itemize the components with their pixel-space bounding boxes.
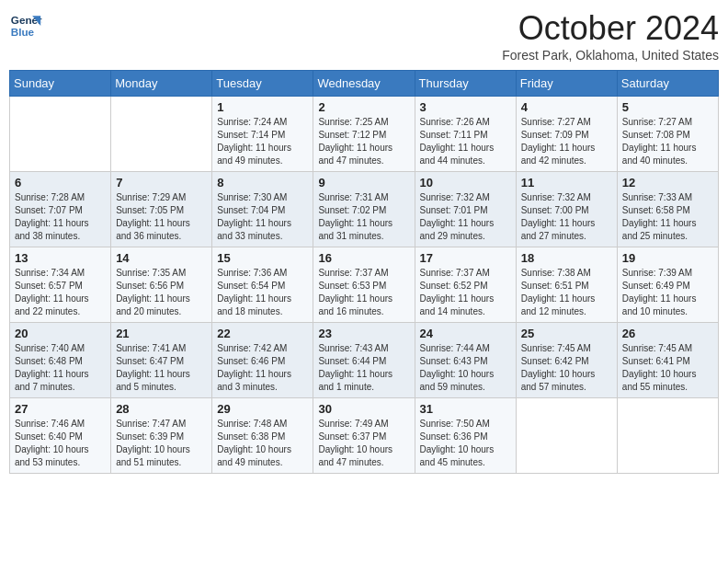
day-number: 8: [217, 176, 308, 190]
calendar-cell: 2Sunrise: 7:25 AM Sunset: 7:12 PM Daylig…: [313, 97, 415, 172]
day-header-monday: Monday: [111, 71, 212, 97]
cell-info: Sunrise: 7:33 AM Sunset: 6:58 PM Dayligh…: [622, 191, 713, 243]
calendar-cell: 19Sunrise: 7:39 AM Sunset: 6:49 PM Dayli…: [617, 247, 718, 323]
logo-icon: General Blue: [9, 9, 42, 42]
cell-info: Sunrise: 7:29 AM Sunset: 7:05 PM Dayligh…: [116, 191, 207, 243]
day-headers-row: SundayMondayTuesdayWednesdayThursdayFrid…: [10, 71, 719, 97]
cell-info: Sunrise: 7:32 AM Sunset: 7:01 PM Dayligh…: [420, 191, 511, 243]
day-number: 13: [15, 251, 106, 265]
cell-info: Sunrise: 7:37 AM Sunset: 6:52 PM Dayligh…: [420, 267, 511, 318]
cell-info: Sunrise: 7:44 AM Sunset: 6:43 PM Dayligh…: [420, 342, 511, 394]
calendar-cell: 24Sunrise: 7:44 AM Sunset: 6:43 PM Dayli…: [415, 323, 516, 398]
day-number: 4: [521, 100, 612, 114]
calendar-cell: 21Sunrise: 7:41 AM Sunset: 6:47 PM Dayli…: [111, 323, 212, 398]
day-number: 19: [622, 251, 713, 265]
cell-info: Sunrise: 7:36 AM Sunset: 6:54 PM Dayligh…: [217, 267, 308, 318]
day-number: 25: [521, 327, 612, 340]
day-number: 24: [420, 327, 511, 340]
cell-info: Sunrise: 7:26 AM Sunset: 7:11 PM Dayligh…: [420, 116, 511, 167]
day-number: 27: [15, 402, 106, 416]
calendar-cell: 8Sunrise: 7:30 AM Sunset: 7:04 PM Daylig…: [212, 172, 313, 247]
cell-info: Sunrise: 7:49 AM Sunset: 6:37 PM Dayligh…: [318, 418, 409, 469]
cell-info: Sunrise: 7:45 AM Sunset: 6:41 PM Dayligh…: [622, 342, 713, 394]
day-number: 28: [116, 402, 207, 416]
calendar-cell: 31Sunrise: 7:50 AM Sunset: 6:36 PM Dayli…: [415, 398, 516, 474]
day-number: 18: [521, 251, 612, 265]
day-number: 15: [217, 251, 308, 265]
calendar-cell: [516, 398, 617, 474]
day-number: 17: [420, 251, 511, 265]
calendar-cell: 23Sunrise: 7:43 AM Sunset: 6:44 PM Dayli…: [313, 323, 415, 398]
calendar-cell: 11Sunrise: 7:32 AM Sunset: 7:00 PM Dayli…: [516, 172, 617, 247]
day-header-wednesday: Wednesday: [313, 71, 415, 97]
calendar-cell: 5Sunrise: 7:27 AM Sunset: 7:08 PM Daylig…: [617, 97, 718, 172]
cell-info: Sunrise: 7:30 AM Sunset: 7:04 PM Dayligh…: [217, 191, 308, 243]
calendar-cell: 4Sunrise: 7:27 AM Sunset: 7:09 PM Daylig…: [516, 97, 617, 172]
cell-info: Sunrise: 7:41 AM Sunset: 6:47 PM Dayligh…: [116, 342, 207, 394]
calendar-cell: 28Sunrise: 7:47 AM Sunset: 6:39 PM Dayli…: [111, 398, 212, 474]
calendar-cell: 30Sunrise: 7:49 AM Sunset: 6:37 PM Dayli…: [313, 398, 415, 474]
calendar-table: SundayMondayTuesdayWednesdayThursdayFrid…: [9, 70, 719, 474]
svg-text:Blue: Blue: [11, 26, 35, 38]
calendar-cell: 3Sunrise: 7:26 AM Sunset: 7:11 PM Daylig…: [415, 97, 516, 172]
calendar-cell: 29Sunrise: 7:48 AM Sunset: 6:38 PM Dayli…: [212, 398, 313, 474]
month-title: October 2024: [502, 9, 719, 48]
calendar-cell: 1Sunrise: 7:24 AM Sunset: 7:14 PM Daylig…: [212, 97, 313, 172]
day-number: 14: [116, 251, 207, 265]
calendar-cell: [10, 97, 111, 172]
calendar-cell: 6Sunrise: 7:28 AM Sunset: 7:07 PM Daylig…: [10, 172, 111, 247]
calendar-cell: 20Sunrise: 7:40 AM Sunset: 6:48 PM Dayli…: [10, 323, 111, 398]
calendar-cell: 27Sunrise: 7:46 AM Sunset: 6:40 PM Dayli…: [10, 398, 111, 474]
day-number: 11: [521, 176, 612, 190]
page-header: General Blue October 2024 Forest Park, O…: [9, 9, 719, 63]
calendar-cell: 26Sunrise: 7:45 AM Sunset: 6:41 PM Dayli…: [617, 323, 718, 398]
calendar-cell: 10Sunrise: 7:32 AM Sunset: 7:01 PM Dayli…: [415, 172, 516, 247]
calendar-cell: 17Sunrise: 7:37 AM Sunset: 6:52 PM Dayli…: [415, 247, 516, 323]
week-row-1: 1Sunrise: 7:24 AM Sunset: 7:14 PM Daylig…: [10, 97, 719, 172]
calendar-cell: 22Sunrise: 7:42 AM Sunset: 6:46 PM Dayli…: [212, 323, 313, 398]
day-header-tuesday: Tuesday: [212, 71, 313, 97]
day-number: 26: [622, 327, 713, 340]
cell-info: Sunrise: 7:32 AM Sunset: 7:00 PM Dayligh…: [521, 191, 612, 243]
day-number: 21: [116, 327, 207, 340]
cell-info: Sunrise: 7:35 AM Sunset: 6:56 PM Dayligh…: [116, 267, 207, 318]
day-number: 16: [318, 251, 409, 265]
cell-info: Sunrise: 7:25 AM Sunset: 7:12 PM Dayligh…: [318, 116, 409, 167]
day-number: 2: [318, 100, 409, 114]
cell-info: Sunrise: 7:50 AM Sunset: 6:36 PM Dayligh…: [420, 418, 511, 469]
week-row-4: 20Sunrise: 7:40 AM Sunset: 6:48 PM Dayli…: [10, 323, 719, 398]
cell-info: Sunrise: 7:39 AM Sunset: 6:49 PM Dayligh…: [622, 267, 713, 318]
day-header-saturday: Saturday: [617, 71, 718, 97]
day-number: 23: [318, 327, 409, 340]
day-number: 9: [318, 176, 409, 190]
cell-info: Sunrise: 7:43 AM Sunset: 6:44 PM Dayligh…: [318, 342, 409, 394]
day-number: 5: [622, 100, 713, 114]
calendar-cell: [617, 398, 718, 474]
day-number: 12: [622, 176, 713, 190]
calendar-cell: 9Sunrise: 7:31 AM Sunset: 7:02 PM Daylig…: [313, 172, 415, 247]
calendar-cell: 16Sunrise: 7:37 AM Sunset: 6:53 PM Dayli…: [313, 247, 415, 323]
cell-info: Sunrise: 7:34 AM Sunset: 6:57 PM Dayligh…: [15, 267, 106, 318]
cell-info: Sunrise: 7:42 AM Sunset: 6:46 PM Dayligh…: [217, 342, 308, 394]
day-number: 30: [318, 402, 409, 416]
calendar-cell: 14Sunrise: 7:35 AM Sunset: 6:56 PM Dayli…: [111, 247, 212, 323]
day-number: 31: [420, 402, 511, 416]
cell-info: Sunrise: 7:46 AM Sunset: 6:40 PM Dayligh…: [15, 418, 106, 469]
day-number: 1: [217, 100, 308, 114]
cell-info: Sunrise: 7:27 AM Sunset: 7:08 PM Dayligh…: [622, 116, 713, 167]
cell-info: Sunrise: 7:24 AM Sunset: 7:14 PM Dayligh…: [217, 116, 308, 167]
cell-info: Sunrise: 7:47 AM Sunset: 6:39 PM Dayligh…: [116, 418, 207, 469]
cell-info: Sunrise: 7:40 AM Sunset: 6:48 PM Dayligh…: [15, 342, 106, 394]
cell-info: Sunrise: 7:31 AM Sunset: 7:02 PM Dayligh…: [318, 191, 409, 243]
week-row-3: 13Sunrise: 7:34 AM Sunset: 6:57 PM Dayli…: [10, 247, 719, 323]
cell-info: Sunrise: 7:38 AM Sunset: 6:51 PM Dayligh…: [521, 267, 612, 318]
day-number: 6: [15, 176, 106, 190]
day-number: 3: [420, 100, 511, 114]
calendar-cell: 18Sunrise: 7:38 AM Sunset: 6:51 PM Dayli…: [516, 247, 617, 323]
day-header-friday: Friday: [516, 71, 617, 97]
cell-info: Sunrise: 7:37 AM Sunset: 6:53 PM Dayligh…: [318, 267, 409, 318]
week-row-2: 6Sunrise: 7:28 AM Sunset: 7:07 PM Daylig…: [10, 172, 719, 247]
calendar-cell: [111, 97, 212, 172]
day-number: 7: [116, 176, 207, 190]
day-number: 22: [217, 327, 308, 340]
